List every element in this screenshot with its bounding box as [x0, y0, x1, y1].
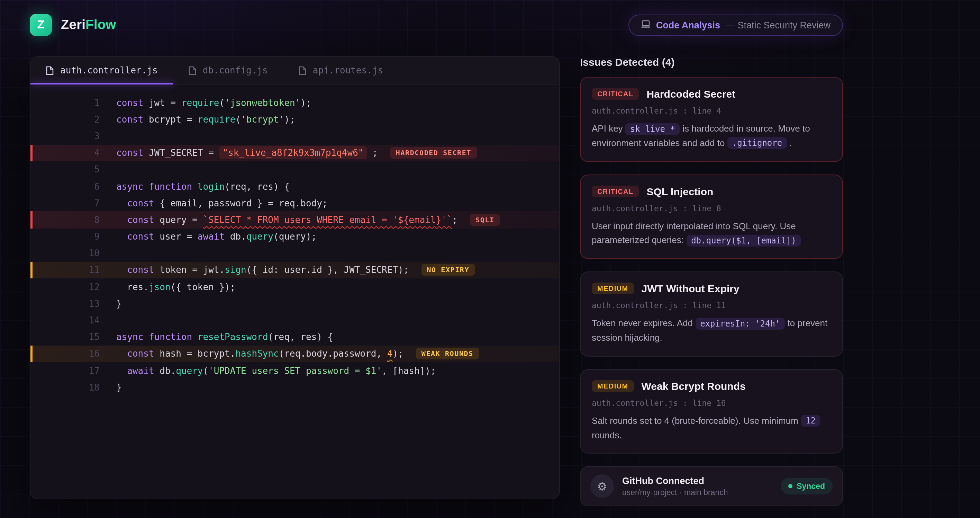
issue-title: JWT Without Expiry [641, 282, 740, 294]
line-number: 7 [33, 198, 100, 208]
pill-subtitle: — Static Security Review [725, 20, 830, 30]
line-code: res.json({ token }); [116, 282, 235, 292]
code-area[interactable]: 1const jwt = require('jsonwebtoken');2co… [30, 84, 559, 396]
issues-panel: Issues Detected (4) CRITICALHardcoded Se… [580, 56, 843, 507]
issue-title: Weak Bcrypt Rounds [641, 380, 746, 392]
inline-code-chip: .gitignore [727, 137, 787, 149]
issue-title: SQL Injection [647, 185, 714, 197]
line-code: const JWT_SECRET = "sk_live_a8f2k9x3m7p1… [116, 148, 378, 158]
integration-subtitle: user/my-project · main branch [622, 489, 728, 497]
tab-api.routes.js[interactable]: api.routes.js [283, 57, 399, 84]
line-code: const hash = bcrypt.hashSync(req.body.pa… [116, 349, 404, 359]
code-line-14[interactable]: 14 [30, 312, 559, 328]
synced-dot-icon [788, 485, 792, 489]
github-integration-card[interactable]: ⚙ GitHub Connected user/my-project · mai… [580, 466, 843, 507]
issue-card[interactable]: CRITICALHardcoded Secretauth.controller.… [580, 77, 843, 162]
line-number: 10 [33, 248, 100, 259]
gear-icon: ⚙ [590, 475, 614, 498]
issue-card[interactable]: MEDIUMWeak Bcrypt Roundsauth.controller.… [580, 369, 843, 454]
inline-code-chip: expiresIn: '24h' [695, 317, 785, 329]
inline-code-chip: sk_live_* [625, 123, 680, 135]
code-line-2[interactable]: 2const bcrypt = require('bcrypt'); [30, 111, 559, 128]
line-code: const bcrypt = require('bcrypt'); [116, 114, 295, 125]
issue-description: Salt rounds set to 4 (brute-forceable). … [592, 414, 831, 443]
issue-card-header: MEDIUMWeak Bcrypt Rounds [592, 380, 831, 392]
issue-description: Token never expires. Add expiresIn: '24h… [592, 317, 831, 345]
issue-card-header: CRITICALHardcoded Secret [592, 88, 831, 100]
brand: Z ZeriFlow [30, 14, 116, 36]
code-line-15[interactable]: 15async function resetPassword(req, res)… [30, 328, 559, 345]
code-line-6[interactable]: 6async function login(req, res) { [30, 178, 559, 194]
brand-name: ZeriFlow [61, 17, 116, 33]
issue-card[interactable]: MEDIUMJWT Without Expiryauth.controller.… [580, 271, 843, 356]
brand-prefix: Zeri [61, 17, 86, 32]
line-code: } [116, 298, 122, 309]
code-line-18[interactable]: 18} [30, 379, 559, 395]
file-icon [188, 65, 197, 75]
code-line-10[interactable]: 10 [30, 245, 559, 261]
line-number: 6 [33, 181, 100, 191]
inline-issue-badge: HARDCODED SECRET [390, 147, 477, 159]
severity-badge: MEDIUM [592, 282, 634, 294]
file-icon [298, 65, 307, 75]
line-number: 3 [33, 131, 100, 141]
line-number: 16 [33, 349, 100, 359]
code-line-3[interactable]: 3 [30, 128, 559, 144]
code-line-4[interactable]: 4const JWT_SECRET = "sk_live_a8f2k9x3m7p… [30, 144, 559, 161]
line-number: 11 [33, 265, 100, 275]
tab-auth.controller.js[interactable]: auth.controller.js [30, 57, 173, 84]
line-number: 1 [33, 97, 100, 108]
line-code: await db.query('UPDATE users SET passwor… [116, 365, 436, 376]
zeriflow-logo: Z [30, 14, 52, 36]
line-number: 15 [33, 332, 100, 342]
code-line-12[interactable]: 12 res.json({ token }); [30, 278, 559, 295]
inline-code-chip: db.query($1, [email]) [686, 235, 801, 247]
line-number: 17 [33, 365, 100, 376]
file-icon [46, 65, 54, 75]
brand-suffix: Flow [86, 17, 116, 32]
line-code: const token = jwt.sign({ id: user.id }, … [116, 265, 409, 275]
code-line-13[interactable]: 13} [30, 295, 559, 312]
line-number: 18 [33, 382, 100, 393]
severity-badge: CRITICAL [592, 88, 639, 100]
main-content: auth.controller.jsdb.config.jsapi.routes… [0, 56, 980, 507]
issues-list: CRITICALHardcoded Secretauth.controller.… [580, 77, 843, 454]
line-code: async function login(req, res) { [116, 181, 290, 191]
line-code: const { email, password } = req.body; [116, 198, 328, 208]
line-code: } [116, 382, 122, 393]
integration-text: GitHub Connected user/my-project · main … [622, 476, 728, 497]
code-line-16[interactable]: 16 const hash = bcrypt.hashSync(req.body… [30, 346, 559, 362]
inline-issue-badge: NO EXPIRY [421, 264, 475, 276]
line-code: const jwt = require('jsonwebtoken'); [116, 97, 312, 108]
laptop-icon [641, 19, 651, 31]
code-line-8[interactable]: 8 const query = `SELECT * FROM users WHE… [30, 212, 559, 228]
tab-label: api.routes.js [313, 65, 383, 75]
issue-card-header: MEDIUMJWT Without Expiry [592, 282, 831, 294]
issue-location: auth.controller.js : line 8 [592, 203, 831, 213]
code-analysis-pill: Code Analysis — Static Security Review [628, 14, 843, 36]
code-line-17[interactable]: 17 await db.query('UPDATE users SET pass… [30, 362, 559, 379]
tab-db.config.js[interactable]: db.config.js [173, 57, 283, 84]
line-number: 8 [33, 215, 100, 225]
line-number: 13 [33, 298, 100, 309]
code-line-9[interactable]: 9 const user = await db.query(query); [30, 228, 559, 245]
inline-issue-badge: WEAK ROUNDS [416, 348, 479, 360]
top-bar: Z ZeriFlow Code Analysis — Static Securi… [0, 0, 980, 36]
tab-label: db.config.js [203, 65, 268, 75]
issue-card[interactable]: CRITICALSQL Injectionauth.controller.js … [580, 174, 843, 259]
inline-issue-badge: SQLI [470, 214, 500, 226]
code-line-11[interactable]: 11 const token = jwt.sign({ id: user.id … [30, 262, 559, 278]
page: Z ZeriFlow Code Analysis — Static Securi… [0, 0, 980, 518]
code-line-7[interactable]: 7 const { email, password } = req.body; [30, 194, 559, 211]
line-code: async function resetPassword(req, res) { [116, 332, 333, 342]
issue-location: auth.controller.js : line 4 [592, 106, 831, 116]
line-code: const query = `SELECT * FROM users WHERE… [116, 215, 457, 225]
synced-label: Synced [797, 482, 825, 491]
issue-title: Hardcoded Secret [647, 88, 736, 100]
code-line-5[interactable]: 5 [30, 161, 559, 178]
tab-label: auth.controller.js [60, 65, 158, 75]
code-line-1[interactable]: 1const jwt = require('jsonwebtoken'); [30, 94, 559, 111]
logo-letter: Z [37, 18, 45, 32]
sync-status-badge: Synced [781, 478, 833, 495]
line-number: 2 [33, 114, 100, 125]
